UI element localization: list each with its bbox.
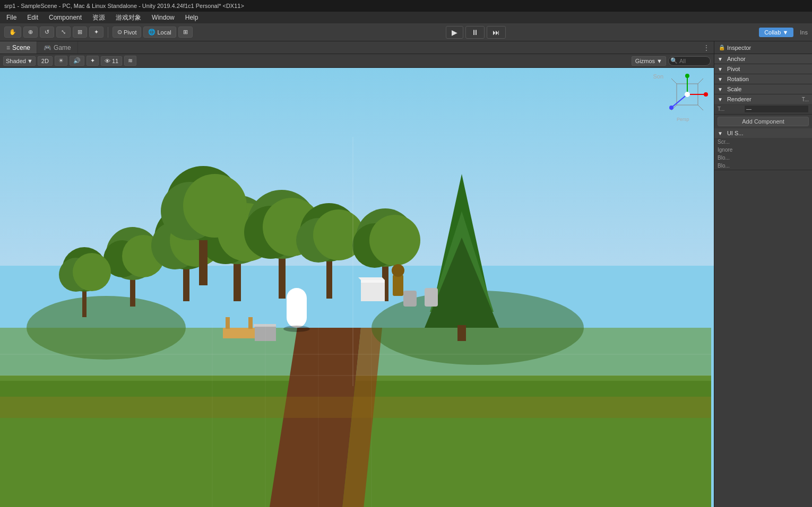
scene-area: ≡ Scene 🎮 Game ⋮ Shaded ▼ 2D ☀ 🔊 ✦ 👁 11: [0, 41, 714, 507]
gizmos-btn[interactable]: Gizmos ▼: [632, 56, 666, 66]
svg-rect-24: [279, 254, 286, 299]
inspector-header: 🔒 Inspector: [714, 41, 812, 54]
svg-line-67: [698, 78, 703, 84]
svg-point-76: [685, 92, 690, 97]
svg-line-68: [698, 105, 703, 110]
rotation-label: Rotation: [727, 76, 749, 82]
svg-line-66: [671, 78, 677, 84]
pause-button[interactable]: ⏸: [465, 26, 485, 39]
grid-button[interactable]: ⊞: [178, 27, 193, 38]
svg-rect-48: [254, 324, 276, 327]
scr-row: Scr...: [714, 138, 812, 146]
rotation-section: ▼ Rotation: [714, 74, 812, 84]
gizmo-widget[interactable]: Persp: [666, 73, 709, 116]
menu-edit[interactable]: Edit: [23, 13, 42, 22]
search-icon: 🔍: [670, 57, 678, 64]
anchor-section: ▼ Anchor: [714, 54, 812, 64]
ignore-label: Ignore: [718, 147, 744, 153]
local-icon: 🌐: [148, 29, 156, 36]
shaded-arrow: ▼: [27, 58, 33, 64]
game-tab-label: Game: [54, 44, 71, 51]
svg-point-71: [704, 92, 708, 97]
collab-button[interactable]: Collab ▼: [759, 28, 793, 37]
toolbar-sep-1: [108, 27, 108, 38]
blo2-label: Blo...: [718, 163, 744, 169]
menu-help[interactable]: Help: [181, 13, 203, 22]
svg-point-35: [369, 215, 420, 266]
scale-section: ▼ Scale: [714, 84, 812, 94]
scene-toolbar: Shaded ▼ 2D ☀ 🔊 ✦ 👁 11 ≋ Gizmos ▼ 🔍: [0, 54, 714, 68]
tab-more-btn[interactable]: ⋮: [699, 43, 714, 53]
hidden-count[interactable]: 👁 11: [101, 56, 122, 66]
svg-text:Persp: Persp: [677, 117, 689, 122]
2d-button[interactable]: 2D: [38, 56, 53, 66]
svg-point-64: [283, 326, 310, 332]
menu-gameobject[interactable]: 游戏对象: [111, 12, 145, 23]
scene-tab-label: Scene: [12, 44, 30, 51]
transform-move-tool[interactable]: ⊕: [23, 27, 38, 38]
transform-multi-tool[interactable]: ✦: [89, 27, 103, 38]
scale-label: Scale: [727, 86, 742, 92]
blo1-label: Blo...: [718, 155, 744, 161]
svg-rect-49: [287, 288, 307, 328]
svg-rect-36: [82, 288, 87, 317]
pivot-header[interactable]: ▼ Pivot: [714, 64, 812, 74]
ui-label: UI S...: [727, 130, 744, 136]
svg-marker-5: [0, 397, 711, 418]
scr-label: Scr...: [718, 139, 744, 145]
shaded-label: Shaded: [6, 58, 26, 64]
shaded-dropdown[interactable]: Shaded ▼: [3, 56, 36, 66]
scene-icon-small: ≡: [6, 44, 10, 51]
transform-rotate-tool[interactable]: ↺: [40, 27, 54, 38]
play-button[interactable]: ▶: [446, 26, 463, 39]
light-btn[interactable]: ☀: [55, 56, 67, 66]
svg-rect-44: [223, 328, 255, 338]
transform-hand-tool[interactable]: ✋: [4, 27, 21, 38]
menu-resources[interactable]: 资源: [88, 12, 109, 23]
svg-point-75: [669, 106, 673, 110]
sound-btn[interactable]: 🔊: [70, 56, 84, 66]
add-component-btn[interactable]: Add Component: [718, 117, 809, 126]
tab-game[interactable]: 🎮 Game: [37, 41, 78, 54]
pivot-icon: ⊙: [117, 29, 122, 36]
svg-point-39: [73, 253, 111, 291]
svg-rect-28: [326, 259, 332, 299]
pivot-section-label: Pivot: [727, 66, 740, 72]
svg-rect-54: [425, 288, 438, 307]
toolbar-center: ▶ ⏸ ⏭: [195, 26, 757, 39]
menu-window[interactable]: Window: [148, 13, 179, 22]
transform-rect-tool[interactable]: ⊞: [73, 27, 87, 38]
svg-rect-53: [403, 291, 417, 307]
svg-marker-52: [358, 277, 385, 280]
game-icon-small: 🎮: [44, 44, 51, 51]
menu-bar: File Edit Component 资源 游戏对象 Window Help: [0, 12, 812, 23]
menu-component[interactable]: Component: [45, 13, 86, 22]
anchor-header[interactable]: ▼ Anchor: [714, 54, 812, 64]
local-button[interactable]: 🌐 Local: [143, 27, 176, 38]
ignore-row: Ignore: [714, 146, 812, 154]
scale-header[interactable]: ▼ Scale: [714, 84, 812, 94]
effect-btn[interactable]: ✦: [87, 56, 99, 66]
menu-file[interactable]: File: [2, 13, 21, 22]
renderer-header[interactable]: ▼ Renderer T...: [714, 94, 812, 104]
renderer-sub: T...: [802, 97, 809, 102]
ui-section: ▼ UI S... Scr... Ignore Blo... Blo...: [714, 128, 812, 170]
title-text: srp1 - SampleScene - PC, Mac & Linux Sta…: [4, 3, 244, 9]
renderer-label: Renderer: [727, 96, 751, 102]
pivot-button[interactable]: ⊙ Pivot: [113, 27, 141, 38]
ui-header[interactable]: ▼ UI S...: [714, 128, 812, 138]
scene-viewport[interactable]: Persp Son: [0, 68, 714, 507]
blo1-row: Blo...: [714, 154, 812, 162]
tab-scene[interactable]: ≡ Scene: [0, 41, 37, 54]
scene-fx-btn[interactable]: ≋: [124, 56, 136, 66]
anchor-label: Anchor: [727, 56, 746, 62]
toolbar-right: Collab ▼ Ins: [759, 28, 808, 37]
step-button[interactable]: ⏭: [487, 26, 506, 39]
local-label: Local: [157, 29, 171, 36]
svg-point-73: [685, 74, 689, 78]
rotation-header[interactable]: ▼ Rotation: [714, 74, 812, 84]
scene-tab-bar: ≡ Scene 🎮 Game ⋮: [0, 41, 714, 54]
main-toolbar: ✋ ⊕ ↺ ⤡ ⊞ ✦ ⊙ Pivot 🌐 Local ⊞ ▶ ⏸ ⏭ Coll…: [0, 23, 812, 41]
svg-rect-46: [248, 317, 253, 329]
transform-scale-tool[interactable]: ⤡: [56, 27, 71, 38]
